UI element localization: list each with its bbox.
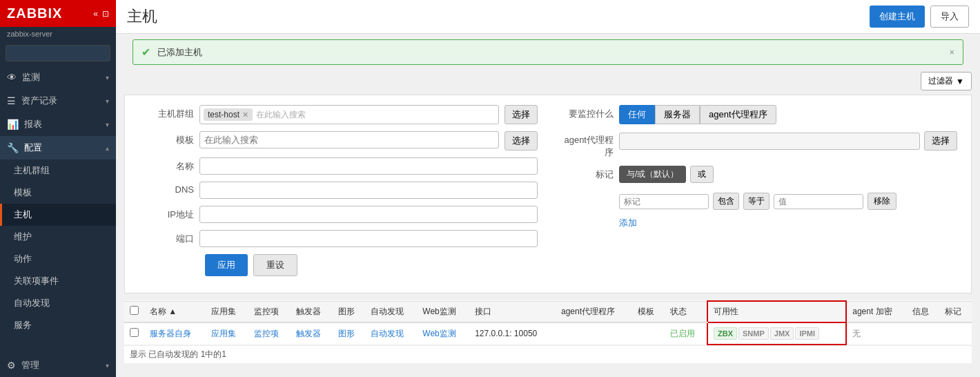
hostgroup-tag-value: test-host	[208, 110, 239, 119]
row-checkbox[interactable]	[130, 328, 139, 337]
sidebar-item-config-label: 配置	[24, 142, 42, 154]
sidebar-item-actions[interactable]: 动作	[0, 248, 116, 270]
tag-equals-button[interactable]: 等于	[743, 193, 770, 210]
close-notification-icon[interactable]: ×	[949, 47, 954, 57]
top-actions: 创建主机 导入	[870, 6, 969, 28]
sidebar-item-hostgroups[interactable]: 主机群组	[0, 160, 116, 182]
search-input[interactable]	[6, 45, 110, 61]
tag-value-input[interactable]	[774, 194, 863, 209]
monitor-btn-agent[interactable]: agent代理程序	[700, 105, 776, 124]
assets-arrow: ▾	[106, 97, 109, 105]
content-area: ✔ 已添加主机 × 过滤器 ▼ 主机群组 te	[116, 34, 980, 377]
sidebar-item-templates-label: 模板	[14, 186, 32, 199]
sidebar-item-maintenance-label: 维护	[14, 231, 32, 243]
hostgroup-choose-button[interactable]: 选择	[504, 105, 538, 124]
sidebar-item-hosts[interactable]: 主机	[0, 204, 116, 226]
th-name[interactable]: 名称 ▲	[144, 301, 206, 322]
filter-label: 过滤器	[928, 75, 953, 87]
hostgroup-label: 主机群组	[139, 105, 194, 120]
hostgroup-placeholder: 在此输入搜索	[253, 108, 308, 122]
hostgroup-row: 主机群组 test-host ✕ 在此输入搜索 选择	[139, 105, 538, 124]
hosts-table: 名称 ▲ 应用集 监控项 触发器 图形 自动发现 Web监测 接口 agent代…	[124, 300, 972, 345]
add-tag-row: 添加	[558, 217, 957, 229]
sidebar-item-discovery[interactable]: 自动发现	[0, 292, 116, 314]
notification-bar: ✔ 已添加主机 ×	[133, 39, 963, 65]
sidebar-item-config[interactable]: 🔧 配置 ▴	[0, 136, 116, 160]
main-content: 主机 创建主机 导入 ✔ 已添加主机 × 过滤器 ▼	[116, 0, 980, 377]
agent-proxy-input[interactable]	[619, 133, 920, 150]
sidebar-item-actions-label: 动作	[14, 253, 32, 265]
sidebar-item-services[interactable]: 服务	[0, 314, 116, 336]
agent-proxy-choose-button[interactable]: 选择	[924, 131, 957, 151]
tag-contains-button[interactable]: 包含	[713, 193, 739, 210]
sidebar-item-correlation-label: 关联项事件	[14, 275, 59, 287]
monitor-btn-any[interactable]: 任何	[619, 105, 655, 124]
host-apps-link[interactable]: 应用集	[211, 329, 236, 338]
avail-ipmi: IPMI	[795, 327, 819, 340]
expand-icon[interactable]: ⊡	[102, 9, 109, 19]
dns-input[interactable]	[199, 182, 538, 199]
host-graphs-link[interactable]: 图形	[338, 329, 355, 338]
tags-or-button[interactable]: 或	[690, 166, 714, 183]
host-items-link[interactable]: 监控项	[254, 329, 279, 338]
template-input[interactable]	[199, 131, 499, 148]
add-tag-spacer	[558, 217, 614, 220]
logo: ZABBIX	[7, 6, 62, 21]
td-tags	[939, 322, 972, 345]
tags-and-or-button[interactable]: 与/或（默认）	[619, 166, 686, 183]
host-web-link[interactable]: Web监测	[422, 329, 455, 338]
sidebar-item-assets[interactable]: ☰ 资产记录 ▾	[0, 89, 116, 113]
template-row: 模板 选择	[139, 131, 538, 151]
th-items: 监控项	[248, 301, 291, 322]
sidebar-item-admin[interactable]: ⚙ 管理 ▾	[0, 354, 116, 377]
hostgroup-tag-remove[interactable]: ✕	[242, 110, 248, 119]
import-button[interactable]: 导入	[930, 6, 969, 28]
host-name-link[interactable]: 服务器自身	[150, 329, 191, 338]
select-all-checkbox[interactable]	[130, 306, 139, 315]
reset-button[interactable]: 重设	[253, 254, 297, 276]
ip-input[interactable]	[199, 206, 538, 223]
sidebar-item-discovery-label: 自动发现	[14, 297, 50, 309]
page-title: 主机	[127, 6, 157, 27]
tag-name-input[interactable]	[619, 194, 709, 209]
filter-icon: ▼	[956, 77, 964, 86]
sidebar-item-hosts-label: 主机	[14, 209, 32, 221]
tags-label-row: 标记 与/或（默认） 或	[558, 166, 957, 183]
monitor-arrow: ▾	[106, 74, 109, 81]
host-triggers-link[interactable]: 触发器	[296, 329, 321, 338]
ip-label: IP地址	[139, 206, 194, 221]
avail-jmx: JMX	[770, 327, 794, 340]
search-box	[0, 41, 116, 66]
host-status: 已启用	[670, 329, 695, 338]
sidebar-item-monitor[interactable]: 👁 监测 ▾	[0, 66, 116, 89]
availability-cell: ZBX SNMP JMX IPMI	[714, 327, 840, 340]
reports-arrow: ▾	[106, 121, 109, 128]
name-input[interactable]	[199, 157, 538, 175]
host-discovery-link[interactable]: 自动发现	[371, 329, 404, 338]
apply-button[interactable]: 应用	[205, 254, 248, 276]
name-label: 名称	[139, 157, 194, 173]
ip-row: IP地址	[139, 206, 538, 223]
td-info	[907, 322, 939, 345]
filter-button[interactable]: 过滤器 ▼	[921, 72, 972, 90]
sidebar-item-reports[interactable]: 📊 报表 ▾	[0, 113, 116, 136]
tag-remove-button[interactable]: 移除	[868, 193, 896, 210]
sidebar-item-maintenance[interactable]: 维护	[0, 226, 116, 248]
tag-filter-inputs-row: 包含 等于 移除	[558, 190, 957, 210]
hostgroup-tag-input[interactable]: test-host ✕ 在此输入搜索	[199, 105, 499, 124]
template-choose-button[interactable]: 选择	[504, 131, 538, 151]
port-input[interactable]	[199, 230, 538, 247]
add-tag-link[interactable]: 添加	[619, 217, 637, 229]
collapse-icon[interactable]: «	[93, 9, 98, 19]
admin-icon: ⚙	[7, 360, 16, 371]
th-status: 状态	[665, 301, 707, 322]
create-host-button[interactable]: 创建主机	[870, 6, 925, 28]
sidebar-item-correlation[interactable]: 关联项事件	[0, 270, 116, 292]
sidebar-icons: « ⊡	[93, 9, 109, 19]
monitor-icon: 👁	[7, 72, 17, 83]
sidebar-item-templates[interactable]: 模板	[0, 182, 116, 204]
td-name: 服务器自身	[144, 322, 206, 345]
td-interface: 127.0.0.1: 10050	[469, 322, 556, 345]
monitor-btn-server[interactable]: 服务器	[655, 105, 700, 124]
form-actions: 应用 重设	[139, 254, 957, 283]
